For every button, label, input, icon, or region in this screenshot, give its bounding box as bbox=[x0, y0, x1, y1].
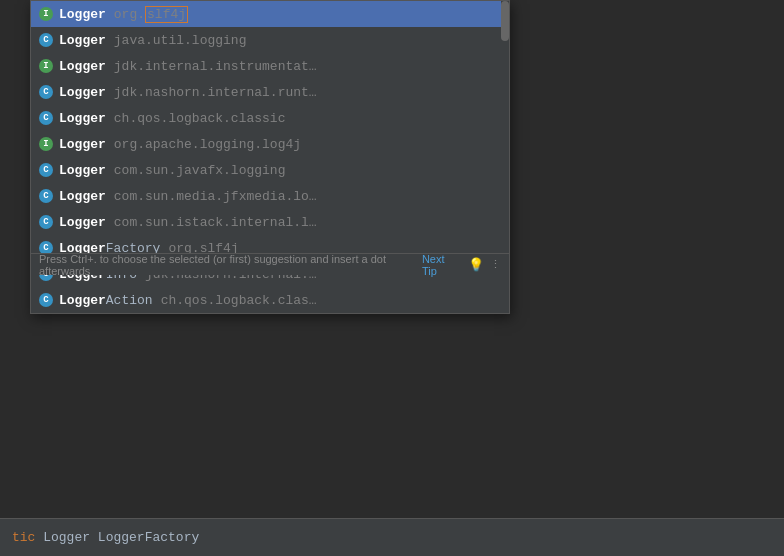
list-item[interactable]: C Logger java.util.logging bbox=[31, 27, 509, 53]
class-icon: C bbox=[39, 293, 53, 307]
interface-icon: I bbox=[39, 59, 53, 73]
class-icon: C bbox=[39, 189, 53, 203]
class-icon: C bbox=[39, 33, 53, 47]
item-package: com.sun.media.jfxmedia.lo… bbox=[114, 189, 317, 204]
list-item[interactable]: I Logger org.slf4j bbox=[31, 1, 509, 27]
hint-text: Press Ctrl+. to choose the selected (or … bbox=[39, 253, 418, 277]
bulb-icon: 💡 bbox=[468, 257, 484, 273]
interface-icon: I bbox=[39, 7, 53, 21]
list-item[interactable]: I Logger org.apache.logging.log4j bbox=[31, 131, 509, 157]
item-classname: Logger bbox=[59, 111, 106, 126]
menu-icon: ⋮ bbox=[490, 258, 501, 271]
item-classname: Logger bbox=[59, 7, 106, 22]
list-item[interactable]: C Logger com.sun.javafx.logging bbox=[31, 157, 509, 183]
scrollbar-thumb[interactable] bbox=[501, 1, 509, 41]
item-package: jdk.nashorn.internal.runt… bbox=[114, 85, 317, 100]
class-icon: C bbox=[39, 163, 53, 177]
bottom-bar: tic Logger LoggerFactory bbox=[0, 518, 784, 556]
list-item[interactable]: C Logger jdk.nashorn.internal.runt… bbox=[31, 79, 509, 105]
list-item[interactable]: C Logger com.sun.istack.internal.l… bbox=[31, 209, 509, 235]
list-item[interactable]: C Logger ch.qos.logback.classic bbox=[31, 105, 509, 131]
item-package: com.sun.istack.internal.l… bbox=[114, 215, 317, 230]
item-classname: Logger bbox=[59, 163, 106, 178]
interface-icon: I bbox=[39, 137, 53, 151]
item-package: com.sun.javafx.logging bbox=[114, 163, 286, 178]
item-package: org.slf4j bbox=[114, 7, 188, 22]
item-classname: LoggerAction bbox=[59, 293, 153, 308]
item-package: jdk.internal.instrumentat… bbox=[114, 59, 317, 74]
item-package: ch.qos.logback.clas… bbox=[161, 293, 317, 308]
bottom-code: tic Logger LoggerFactory bbox=[12, 530, 199, 545]
item-classname: Logger bbox=[59, 59, 106, 74]
item-package: ch.qos.logback.classic bbox=[114, 111, 286, 126]
item-classname: Logger bbox=[59, 33, 106, 48]
item-package: org.apache.logging.log4j bbox=[114, 137, 301, 152]
item-classname: Logger bbox=[59, 189, 106, 204]
class-icon: C bbox=[39, 111, 53, 125]
item-classname: Logger bbox=[59, 85, 106, 100]
class-icon: C bbox=[39, 85, 53, 99]
autocomplete-status-bar: Press Ctrl+. to choose the selected (or … bbox=[31, 253, 509, 275]
list-item[interactable]: C LoggerAction ch.qos.logback.clas… bbox=[31, 287, 509, 313]
item-classname: Logger bbox=[59, 137, 106, 152]
class-icon: C bbox=[39, 215, 53, 229]
next-tip-link[interactable]: Next Tip bbox=[422, 253, 460, 277]
list-item[interactable]: C Logger com.sun.media.jfxmedia.lo… bbox=[31, 183, 509, 209]
item-classname: Logger bbox=[59, 215, 106, 230]
item-package: java.util.logging bbox=[114, 33, 247, 48]
autocomplete-popup: I Logger org.slf4j C Logger java.util.lo… bbox=[30, 0, 510, 314]
list-item[interactable]: I Logger jdk.internal.instrumentat… bbox=[31, 53, 509, 79]
